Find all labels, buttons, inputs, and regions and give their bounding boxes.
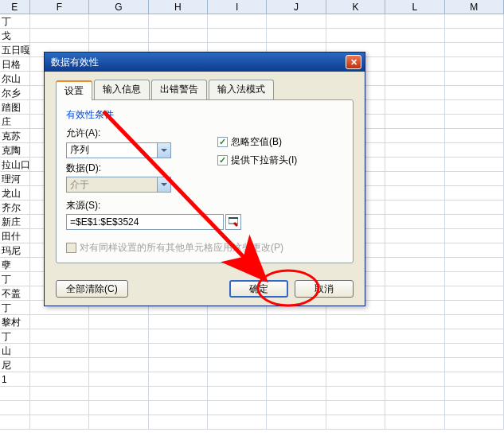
cell[interactable] <box>445 57 504 71</box>
cell[interactable] <box>385 301 444 314</box>
cell[interactable] <box>445 286 504 300</box>
cell[interactable] <box>208 401 267 415</box>
cell[interactable] <box>385 43 444 56</box>
cell[interactable] <box>445 143 504 157</box>
cell[interactable]: 孽 <box>0 258 30 271</box>
close-button[interactable]: ✕ <box>346 55 361 69</box>
cell[interactable] <box>149 329 208 343</box>
cell[interactable] <box>445 186 504 200</box>
cell[interactable] <box>385 172 444 185</box>
cell[interactable] <box>326 387 385 400</box>
source-input[interactable]: =$E$1:$E$3524 <box>66 214 224 230</box>
cell[interactable] <box>326 372 385 386</box>
cell[interactable] <box>208 29 267 42</box>
cell[interactable] <box>326 14 385 28</box>
cell[interactable]: 新庄 <box>0 215 30 228</box>
cell[interactable] <box>385 258 444 271</box>
cell[interactable]: 丁 <box>0 329 30 343</box>
cell[interactable] <box>385 315 444 329</box>
cell[interactable] <box>89 401 148 415</box>
cell[interactable] <box>267 14 326 28</box>
cell[interactable] <box>0 387 30 400</box>
cell[interactable]: 丁 <box>0 301 30 314</box>
cell[interactable] <box>149 344 208 357</box>
cell[interactable] <box>89 344 148 357</box>
cell[interactable] <box>445 258 504 271</box>
cell[interactable] <box>89 372 148 386</box>
cell[interactable]: 1 <box>0 372 30 386</box>
cell[interactable] <box>89 29 148 42</box>
cell[interactable] <box>445 272 504 286</box>
cell[interactable] <box>326 329 385 343</box>
clear-all-button[interactable]: 全部清除(C) <box>56 280 128 298</box>
cell[interactable]: 玛尼 <box>0 243 30 257</box>
col-header-F[interactable]: F <box>30 0 89 14</box>
cell[interactable] <box>445 72 504 85</box>
cell[interactable] <box>208 387 267 400</box>
cell[interactable]: 尔乡 <box>0 86 30 99</box>
cell[interactable] <box>445 415 504 429</box>
cell[interactable] <box>445 329 504 343</box>
cell[interactable] <box>149 415 208 429</box>
col-header-E[interactable]: E <box>0 0 30 14</box>
cell[interactable] <box>149 14 208 28</box>
cell[interactable] <box>385 57 444 71</box>
cell[interactable]: 丁 <box>0 14 30 28</box>
cell[interactable] <box>445 29 504 42</box>
cancel-button[interactable]: 取消 <box>295 280 354 298</box>
cell[interactable] <box>149 358 208 372</box>
cell[interactable] <box>445 43 504 56</box>
col-header-L[interactable]: L <box>385 0 444 14</box>
cell[interactable] <box>385 272 444 286</box>
tab-error-alert[interactable]: 出错警告 <box>151 80 207 99</box>
cell[interactable] <box>445 387 504 400</box>
col-header-M[interactable]: M <box>445 0 504 14</box>
cell[interactable] <box>149 401 208 415</box>
range-picker-button[interactable] <box>225 214 241 230</box>
cell[interactable] <box>385 243 444 257</box>
tab-settings[interactable]: 设置 <box>56 80 92 100</box>
cell[interactable] <box>267 415 326 429</box>
cell[interactable] <box>208 358 267 372</box>
tab-ime-mode[interactable]: 输入法模式 <box>209 80 274 99</box>
cell[interactable] <box>267 358 326 372</box>
cell[interactable] <box>267 329 326 343</box>
cell[interactable] <box>385 344 444 357</box>
cell[interactable] <box>445 243 504 257</box>
cell[interactable] <box>208 14 267 28</box>
cell[interactable]: 拉山口 <box>0 158 30 171</box>
cell[interactable] <box>385 329 444 343</box>
cell[interactable] <box>0 401 30 415</box>
cell[interactable] <box>267 29 326 42</box>
titlebar[interactable]: 数据有效性 ✕ <box>45 53 365 72</box>
cell[interactable] <box>445 14 504 28</box>
cell[interactable] <box>385 72 444 85</box>
cell[interactable] <box>149 29 208 42</box>
cell[interactable] <box>89 329 148 343</box>
cell[interactable]: 理河 <box>0 172 30 185</box>
cell[interactable] <box>89 14 148 28</box>
cell[interactable] <box>208 329 267 343</box>
cell[interactable] <box>385 387 444 400</box>
cell[interactable] <box>267 315 326 329</box>
cell[interactable] <box>267 401 326 415</box>
cell[interactable] <box>30 387 89 400</box>
cell[interactable]: 不盖 <box>0 286 30 300</box>
cell[interactable] <box>445 315 504 329</box>
cell[interactable] <box>385 129 444 142</box>
cell[interactable] <box>30 358 89 372</box>
cell[interactable] <box>385 158 444 171</box>
cell[interactable] <box>385 401 444 415</box>
cell[interactable] <box>385 14 444 28</box>
cell[interactable] <box>385 100 444 114</box>
cell[interactable] <box>267 344 326 357</box>
cell[interactable] <box>385 358 444 372</box>
cell[interactable]: 戈 <box>0 29 30 42</box>
tab-input-message[interactable]: 输入信息 <box>94 80 150 99</box>
cell[interactable] <box>445 115 504 128</box>
cell[interactable]: 黎村 <box>0 315 30 329</box>
cell[interactable]: 日格 <box>0 57 30 71</box>
cell[interactable] <box>445 372 504 386</box>
cell[interactable] <box>385 200 444 214</box>
cell[interactable] <box>385 186 444 200</box>
